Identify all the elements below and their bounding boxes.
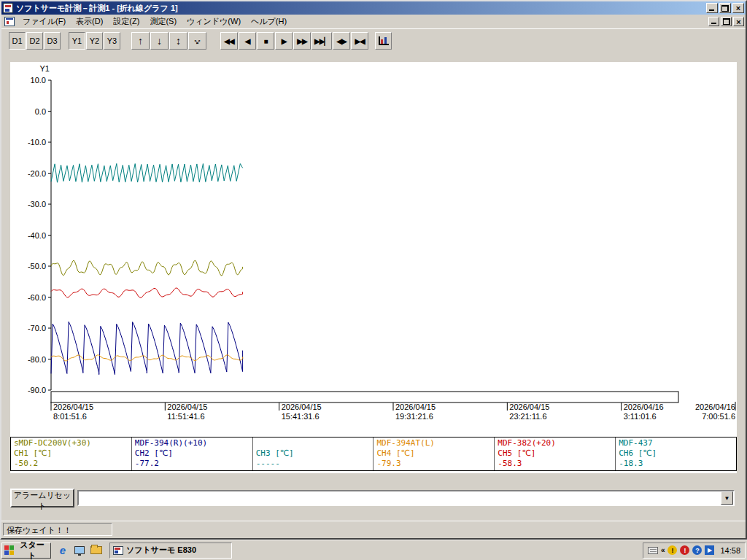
- info-tray-icon[interactable]: ?: [692, 545, 702, 555]
- taskbar-task-button[interactable]: ソフトサーモ E830: [109, 542, 232, 559]
- svg-text:-40.0: -40.0: [28, 231, 46, 240]
- nav-step-back-button[interactable]: ◀: [239, 32, 256, 50]
- title-bar: ソフトサーモ計測－計測1 - [折れ線グラフ 1] ×: [1, 1, 746, 15]
- folder-icon[interactable]: [90, 544, 103, 557]
- mdi-minimize-button[interactable]: [708, 17, 719, 26]
- channel-value: -58.3: [498, 459, 612, 469]
- svg-text:2026/04/15: 2026/04/15: [395, 402, 436, 411]
- nav-rewind-button[interactable]: ◀◀: [220, 32, 238, 50]
- start-label: スタート: [16, 540, 48, 560]
- svg-text:Y1: Y1: [40, 64, 50, 73]
- channel-value: -79.3: [376, 459, 491, 469]
- svg-text:7:00:51.6: 7:00:51.6: [702, 412, 735, 421]
- channel-label: MDF-394(R)(+10): [135, 438, 249, 448]
- svg-text:2026/04/15: 2026/04/15: [53, 402, 93, 411]
- minimize-icon: [711, 23, 716, 24]
- status-panel: 保存ウェイト！！: [3, 523, 112, 536]
- close-button[interactable]: ×: [732, 3, 744, 13]
- app-icon: [3, 3, 13, 13]
- graph-display-button[interactable]: [375, 32, 392, 50]
- nav-expand-button[interactable]: ◀▶: [333, 32, 350, 50]
- channel-label: [256, 438, 371, 448]
- svg-text:-50.0: -50.0: [28, 262, 46, 271]
- menu-window[interactable]: ウィンドウ(W): [182, 15, 246, 28]
- task-label: ソフトサーモ E830: [126, 545, 196, 556]
- svg-text:0.0: 0.0: [35, 107, 46, 116]
- svg-text:11:51:41.6: 11:51:41.6: [167, 412, 204, 421]
- mdi-close-button[interactable]: ×: [733, 17, 744, 26]
- combo-dropdown-button[interactable]: ▼: [721, 491, 733, 505]
- update-alert-icon[interactable]: !: [667, 545, 677, 555]
- taskbar-clock: 14:58: [720, 546, 740, 555]
- alarm-reset-button[interactable]: アラームリセット: [10, 489, 74, 508]
- show-desktop-icon[interactable]: [73, 544, 86, 557]
- menu-help[interactable]: ヘルプ(H): [246, 15, 292, 28]
- svg-text:2026/04/16: 2026/04/16: [695, 402, 735, 411]
- svg-text:8:01:51.6: 8:01:51.6: [53, 412, 87, 421]
- channel-cell-ch1: sMDF-DC200V(+30) CH1 [℃] -50.2: [11, 438, 132, 470]
- restore-icon: [721, 5, 729, 12]
- channel-cell-ch6: MDF-437 CH6 [℃] -18.3: [616, 438, 736, 470]
- restore-button[interactable]: [719, 3, 731, 13]
- start-button[interactable]: スタート: [1, 542, 51, 559]
- internet-explorer-icon[interactable]: e: [56, 544, 69, 557]
- toolbar-y2-button[interactable]: Y2: [86, 32, 103, 50]
- menu-measure[interactable]: 測定(S): [144, 15, 182, 28]
- child-window-icon[interactable]: [4, 17, 15, 26]
- channel-cell-ch2: MDF-394(R)(+10) CH2 [℃] -77.2: [132, 438, 253, 470]
- channel-value: -77.2: [135, 459, 249, 469]
- security-alert-icon[interactable]: !: [680, 545, 689, 555]
- nav-to-end-button[interactable]: ▶▶▏: [311, 32, 332, 50]
- menu-view[interactable]: 表示(D): [71, 15, 108, 28]
- diagonal-arrows-icon: ↔↔: [192, 36, 203, 47]
- menu-bar: ファイル(F) 表示(D) 設定(Z) 測定(S) ウィンドウ(W) ヘルプ(H…: [1, 15, 746, 28]
- system-tray: « ! ! ? ▶ 14:58: [643, 542, 746, 559]
- minimize-button[interactable]: [706, 3, 718, 13]
- svg-text:2026/04/15: 2026/04/15: [167, 402, 207, 411]
- keyboard-tray-icon[interactable]: [648, 547, 658, 554]
- taskbar: スタート e ソフトサーモ E830 « ! ! ? ▶ 14:58: [0, 540, 747, 560]
- windows-logo-icon: [4, 545, 14, 555]
- scale-vertical-button[interactable]: ↕: [169, 32, 187, 50]
- alarm-combobox[interactable]: ▼: [77, 490, 735, 506]
- svg-text:2026/04/15: 2026/04/15: [282, 402, 322, 411]
- app-task-icon: [113, 546, 123, 555]
- svg-text:-60.0: -60.0: [28, 293, 46, 302]
- svg-text:-70.0: -70.0: [28, 324, 46, 332]
- mini-graph-icon: [379, 36, 389, 45]
- channel-name: CH5 [℃]: [498, 448, 612, 459]
- svg-text:19:31:21.6: 19:31:21.6: [395, 412, 433, 421]
- combo-value[interactable]: [79, 491, 721, 505]
- nav-fast-forward-button[interactable]: ▶▶: [293, 32, 311, 50]
- nav-step-forward-button[interactable]: ▶: [275, 32, 293, 50]
- toolbar-d3-button[interactable]: D3: [44, 32, 61, 50]
- channel-name: CH1 [℃]: [14, 448, 128, 459]
- nav-stop-button[interactable]: ■: [257, 32, 274, 50]
- scroll-up-button[interactable]: ↑: [131, 32, 150, 50]
- menu-settings[interactable]: 設定(Z): [108, 15, 144, 28]
- window-title: ソフトサーモ計測－計測1 - [折れ線グラフ 1]: [16, 3, 705, 14]
- toolbar-y1-button[interactable]: Y1: [69, 32, 85, 50]
- channel-name: CH2 [℃]: [135, 448, 249, 459]
- status-bar: 保存ウェイト！！: [1, 521, 746, 538]
- tray-chevron-icon[interactable]: «: [661, 546, 665, 554]
- menu-file[interactable]: ファイル(F): [18, 15, 71, 28]
- scroll-down-button[interactable]: ↓: [150, 32, 169, 50]
- toolbar-y3-button[interactable]: Y3: [104, 32, 120, 50]
- channel-cell-ch3: CH3 [℃] -----: [253, 438, 374, 470]
- channel-cell-ch5: MDF-382(+20) CH5 [℃] -58.3: [495, 438, 616, 470]
- minimize-icon: [709, 9, 714, 11]
- toolbar-d2-button[interactable]: D2: [26, 32, 43, 50]
- auto-scale-button[interactable]: ↔↔: [188, 32, 206, 50]
- toolbar-d1-button[interactable]: D1: [9, 32, 26, 50]
- mdi-window-controls: ×: [707, 17, 744, 26]
- channel-label: MDF-437: [619, 438, 733, 448]
- nav-compress-button[interactable]: ▶◀: [351, 32, 368, 50]
- mdi-restore-button[interactable]: [721, 17, 732, 26]
- channel-label: MDF-382(+20): [498, 438, 612, 448]
- language-bar-icon[interactable]: ▶: [705, 545, 714, 555]
- line-chart: Y110.00.0-10.0-20.0-30.0-40.0-50.0-60.0-…: [10, 62, 737, 427]
- svg-text:2026/04/16: 2026/04/16: [624, 402, 664, 411]
- close-icon: ×: [736, 18, 740, 26]
- svg-text:3:11:01.6: 3:11:01.6: [624, 412, 657, 421]
